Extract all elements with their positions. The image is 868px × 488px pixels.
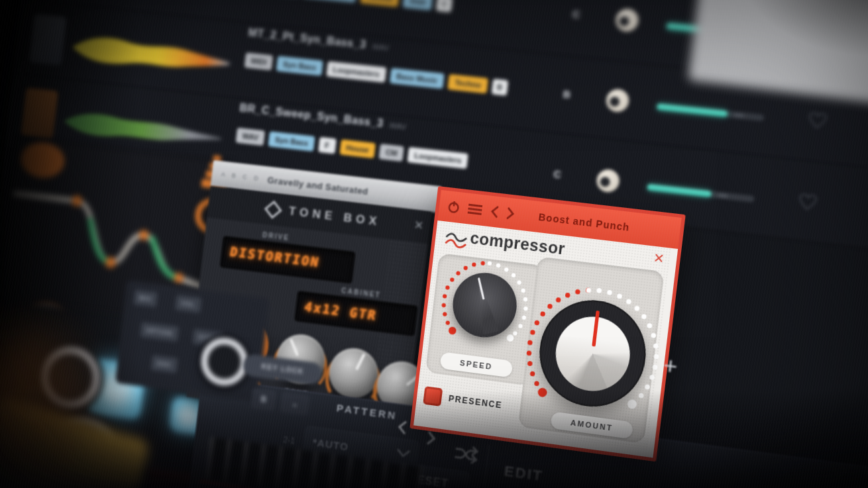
tag-chip[interactable]: House [339,139,376,158]
tag-chip[interactable]: Acid House [303,0,357,3]
key-label: C [553,168,562,180]
favorite-heart-icon[interactable] [806,111,828,130]
pan-indicator [619,16,630,26]
utility-pill[interactable]: OPTION [140,322,178,342]
compressor-body: compressor × SPEED PRESENCE AMOUNT [414,220,671,450]
prev-pattern-icon[interactable] [396,420,407,435]
tag-chip[interactable]: CM [379,144,405,162]
key-badge: C [436,0,453,13]
pan-indicator [609,96,620,107]
tag-chip[interactable]: F [318,137,337,154]
compressor-wave-icon [444,230,468,250]
tag-chip[interactable]: Techno [360,0,400,7]
utility-pill[interactable]: OSC [151,355,178,373]
sample-thumbnail [21,87,58,139]
key-label: C [572,8,581,21]
tag-chip[interactable]: Syn Bass [268,131,315,151]
drive-section-label: DRIVE [262,231,290,242]
utility-pill[interactable]: VOL [175,295,201,313]
tonebox-title: TONE BOX [288,205,382,229]
key-chevron-button[interactable]: ⌄ [280,391,310,416]
tonebox-logo-icon [264,200,282,219]
preset-nav-letters[interactable]: A B C D [221,171,261,182]
pan-knob[interactable] [596,168,621,193]
prev-preset-icon[interactable] [490,205,500,218]
waveform[interactable] [68,27,235,84]
pattern-position: 2-1 [283,435,296,446]
tag-list: WAV Syn Bass F House CM Loopmasters [235,128,468,169]
file-ext: .WAV [387,121,407,131]
file-ext: .WAV [370,42,390,52]
tonebox-close-icon[interactable]: × [413,216,424,235]
tag-list: MIDI Syn Bass Loopmasters Bass Music Tec… [244,52,508,95]
pan-knob[interactable] [614,8,639,33]
presence-label: PRESENCE [448,393,503,410]
speed-knob[interactable] [449,269,520,342]
presence-checkbox[interactable] [423,386,443,407]
next-preset-icon[interactable] [506,207,516,220]
menu-icon[interactable] [468,203,483,216]
tag-chip[interactable]: Techno [448,74,488,93]
tag-chip[interactable]: Stab [403,0,433,11]
tag-chip[interactable]: Bass Music [390,68,445,89]
sample-thumbnail [29,14,67,66]
add-effect-button[interactable]: + [662,351,679,380]
pan-indicator [600,176,611,187]
tag-chip[interactable]: Loopmasters [326,61,386,82]
utility-panel: MIX VOL OPTION SYNC OSC [115,280,270,402]
pan-knob[interactable] [605,88,630,113]
pattern-heading: PATTERN [336,402,398,422]
volume-slider[interactable] [657,103,765,121]
power-icon[interactable] [447,200,461,214]
chevron-down-icon[interactable] [396,448,411,459]
tag-list: Syn Bass Acid House Techno Stab C [253,0,453,13]
next-pattern-icon[interactable] [427,431,438,446]
key-label: B [563,87,572,100]
drive-type-display[interactable]: DISTORTION [220,236,356,283]
tag-chip[interactable]: Syn Bass [276,56,323,75]
tag-chip[interactable]: WAV [235,128,265,146]
tag-chip[interactable]: MIDI [244,52,274,70]
compressor-preset-name[interactable]: Boost and Punch [538,211,630,233]
shuffle-icon[interactable] [454,443,481,465]
tag-chip[interactable]: Loopmasters [407,147,468,169]
preset-title: Gravelly and Saturated [267,174,369,196]
compressor-plugin-window: Boost and Punch compressor × SPEED PRESE… [409,186,685,462]
favorite-heart-icon[interactable] [797,192,819,212]
key-badge: B [491,79,508,96]
volume-slider[interactable] [647,184,755,203]
waveform[interactable] [76,0,244,5]
edit-heading: EDIT [504,462,544,484]
pattern-dropdown-value: *AUTO [312,436,349,453]
compressor-close-icon[interactable]: × [653,248,665,269]
key-select-button[interactable]: B [250,387,277,411]
utility-pill[interactable]: MIX [133,289,158,307]
photographed-screen: Syn Bass Acid House Techno Stab C C MT_2… [0,0,868,488]
